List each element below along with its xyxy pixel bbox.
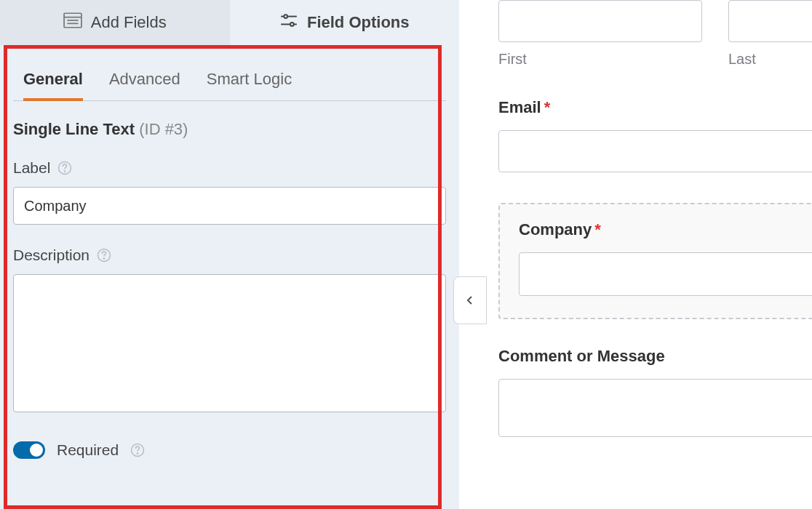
preview-comment-field: Comment or Message xyxy=(498,347,812,437)
tab-label: Field Options xyxy=(307,13,410,32)
sliders-icon xyxy=(279,12,298,33)
description-label: Description xyxy=(13,247,89,264)
description-textarea[interactable] xyxy=(13,274,446,412)
svg-point-9 xyxy=(65,171,65,172)
preview-email-label: Email* xyxy=(498,98,812,117)
field-options-sidebar: Add Fields Field Options General xyxy=(0,0,459,509)
tab-label: Add Fields xyxy=(91,13,167,32)
preview-email-input[interactable] xyxy=(498,130,812,172)
form-icon xyxy=(63,12,82,33)
preview-last-sublabel: Last xyxy=(728,51,812,68)
preview-comment-label: Comment or Message xyxy=(498,347,812,366)
field-type: Single Line Text xyxy=(13,120,135,138)
collapse-handle[interactable] xyxy=(453,276,487,324)
required-label: Required xyxy=(57,441,119,459)
main-tabs: Add Fields Field Options xyxy=(0,0,459,45)
help-icon[interactable] xyxy=(130,443,145,457)
label-label: Label xyxy=(13,159,50,177)
label-text: Email xyxy=(498,98,541,116)
label-group: Label xyxy=(13,159,446,225)
field-header: Single Line Text (ID #3) xyxy=(13,120,446,139)
sub-tab-smart-logic[interactable]: Smart Logic xyxy=(207,70,292,100)
field-id: (ID #3) xyxy=(139,120,188,138)
options-panel: General Advanced Smart Logic Single Line… xyxy=(0,45,459,509)
svg-point-11 xyxy=(103,258,104,259)
preview-last-input[interactable] xyxy=(728,0,812,42)
form-preview: First Last Email* Company* Comment o xyxy=(459,0,812,509)
preview-comment-textarea[interactable] xyxy=(498,379,812,437)
toggle-knob xyxy=(30,444,43,457)
preview-first-input[interactable] xyxy=(498,0,702,42)
preview-first-sublabel: First xyxy=(498,51,702,68)
label-text: Company xyxy=(519,220,592,239)
tab-field-options[interactable]: Field Options xyxy=(230,0,460,45)
tab-add-fields[interactable]: Add Fields xyxy=(0,0,230,45)
sub-tab-general[interactable]: General xyxy=(23,70,83,100)
svg-point-13 xyxy=(138,453,138,454)
sub-tab-advanced[interactable]: Advanced xyxy=(109,70,180,100)
sub-tabs: General Advanced Smart Logic xyxy=(13,58,446,101)
preview-name-field: First Last xyxy=(498,0,812,68)
preview-company-input[interactable] xyxy=(519,252,812,296)
required-star: * xyxy=(544,98,551,116)
preview-company-field-selected[interactable]: Company* xyxy=(498,203,812,319)
required-star: * xyxy=(594,220,601,239)
required-row: Required xyxy=(13,441,446,459)
svg-point-7 xyxy=(290,23,294,26)
help-icon[interactable] xyxy=(57,161,72,175)
preview-company-label: Company* xyxy=(519,220,812,239)
required-toggle[interactable] xyxy=(13,441,45,459)
preview-email-field: Email* xyxy=(498,98,812,172)
chevron-left-icon xyxy=(464,294,476,306)
description-group: Description xyxy=(13,247,446,415)
help-icon[interactable] xyxy=(97,248,111,262)
svg-point-5 xyxy=(284,15,287,18)
label-input[interactable] xyxy=(13,187,446,225)
